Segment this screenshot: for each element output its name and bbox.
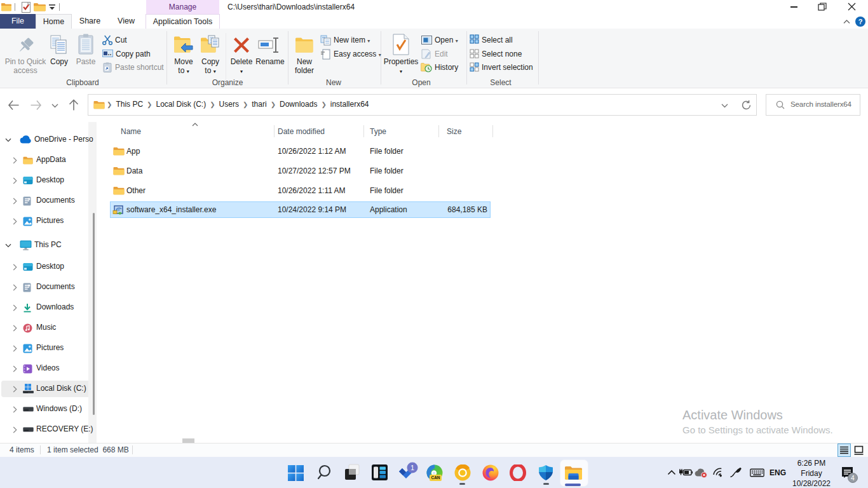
svg-text:1: 1 [410,464,414,471]
